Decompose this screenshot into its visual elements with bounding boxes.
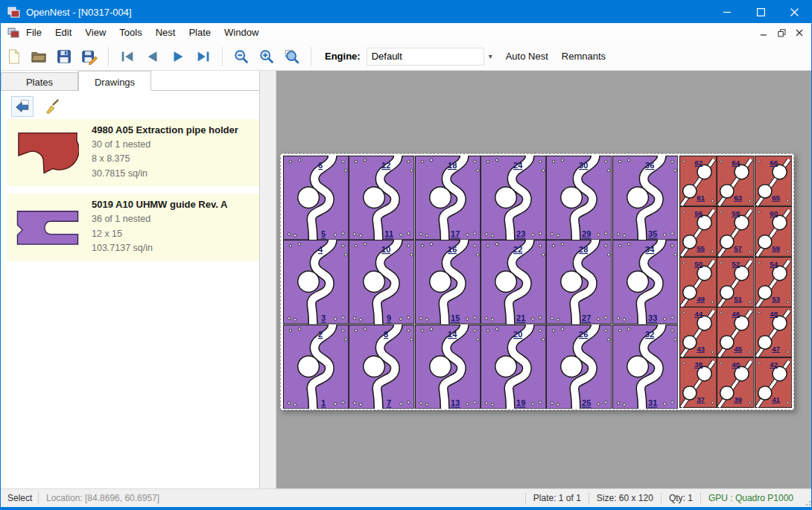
list-item-part-1[interactable]: 4980 A05 Extraction pipe holder 30 of 1 …: [7, 119, 259, 186]
nest-pair-purple[interactable]: 8 7: [349, 325, 414, 409]
nest-pair-red[interactable]: 38 37: [679, 357, 717, 408]
part-number-bottom: 1: [321, 398, 326, 407]
tab-plates[interactable]: Plates: [1, 72, 78, 90]
part-size: 12 x 15: [92, 227, 253, 241]
close-button[interactable]: [778, 1, 811, 23]
titlebar[interactable]: OpenNest - [N0317-004]: [1, 1, 811, 23]
purple-pair-shape: 4 3: [283, 240, 349, 324]
nest-pair-red[interactable]: 54 53: [755, 257, 792, 307]
remnants-button[interactable]: Remnants: [562, 51, 606, 62]
mdi-restore-button[interactable]: [773, 25, 790, 41]
nest-pair-purple[interactable]: 22 21: [480, 240, 546, 324]
part-number-top: 24: [513, 161, 523, 170]
resize-grip[interactable]: [801, 489, 811, 508]
tab-drawings[interactable]: Drawings: [78, 71, 151, 91]
save-as-button[interactable]: [78, 45, 101, 68]
nest-pair-purple[interactable]: 30 29: [546, 156, 612, 240]
menu-tools[interactable]: Tools: [112, 23, 148, 42]
purple-pair-shape: 26 25: [546, 325, 612, 409]
nest-canvas[interactable]: 6 5 12 11 18 17: [276, 71, 811, 488]
nest-pair-purple[interactable]: 36 35: [612, 156, 678, 240]
red-pair-shape: 50 49: [679, 257, 717, 307]
nest-pair-purple[interactable]: 24 23: [480, 156, 546, 240]
nest-pair-purple[interactable]: 10 9: [349, 240, 414, 324]
part-number-top: 6: [318, 161, 323, 170]
nest-pair-red[interactable]: 66 65: [755, 156, 792, 206]
part-number-top: 48: [770, 310, 778, 318]
nest-pair-red[interactable]: 40 39: [717, 357, 754, 408]
part-number-bottom: 19: [516, 398, 525, 407]
combo-caret-icon[interactable]: ▾: [489, 52, 492, 60]
nest-pair-purple[interactable]: 18 17: [415, 156, 480, 240]
nest-pair-purple[interactable]: 6 5: [283, 156, 349, 240]
menu-nest[interactable]: Nest: [149, 23, 183, 42]
mdi-close-button[interactable]: [790, 25, 808, 41]
part-number-top: 58: [732, 209, 740, 217]
zoom-out-icon: [233, 48, 250, 65]
close-icon: [790, 8, 799, 16]
save-button[interactable]: [53, 45, 75, 68]
part-number-top: 4: [318, 246, 323, 255]
menu-plate[interactable]: Plate: [182, 23, 218, 42]
mdi-minimize-icon: [760, 29, 767, 36]
nest-pair-purple[interactable]: 26 25: [546, 325, 612, 409]
nest-pair-red[interactable]: 52 51: [717, 257, 754, 307]
zoom-in-button[interactable]: [256, 45, 278, 68]
part-number-top: 28: [579, 246, 588, 255]
zoom-out-button[interactable]: [230, 45, 253, 68]
import-part-button[interactable]: [11, 96, 34, 117]
maximize-button[interactable]: [744, 1, 778, 23]
zoom-fit-button[interactable]: [281, 45, 303, 68]
nest-pair-purple[interactable]: 16 15: [415, 240, 480, 324]
nest-pair-red[interactable]: 56 55: [679, 206, 717, 257]
nest-pair-red[interactable]: 64 63: [717, 156, 754, 206]
nest-pair-purple[interactable]: 20 19: [480, 325, 546, 409]
nest-pair-red[interactable]: 58 57: [717, 206, 754, 257]
nest-pair-red[interactable]: 60 59: [755, 206, 792, 257]
part-number-top: 34: [645, 246, 655, 255]
engine-combobox[interactable]: Default: [367, 48, 484, 66]
part-number-bottom: 53: [772, 294, 780, 302]
nest-pair-red[interactable]: 50 49: [679, 257, 717, 307]
vertical-scrollbar[interactable]: [260, 71, 276, 488]
nav-first-button[interactable]: [116, 45, 139, 68]
nest-pair-red[interactable]: 62 61: [679, 156, 717, 206]
part-number-top: 50: [694, 260, 702, 268]
nest-pair-red[interactable]: 42 41: [755, 357, 792, 408]
nest-pair-purple[interactable]: 2 1: [283, 325, 349, 409]
menubar: File Edit View Tools Nest Plate Window: [1, 23, 811, 42]
statusbar: Select Location: [84.8696, 60.6957] Plat…: [1, 488, 811, 507]
nav-last-button[interactable]: [192, 45, 215, 68]
list-item-part-2[interactable]: 5019 A10 UHMW guide Rev. A 36 of 1 neste…: [7, 194, 259, 261]
menu-view[interactable]: View: [78, 23, 112, 42]
plate-sheet[interactable]: 6 5 12 11 18 17: [280, 153, 794, 410]
clear-button[interactable]: [41, 96, 63, 117]
new-button[interactable]: [2, 45, 25, 68]
part-number-bottom: 15: [451, 314, 460, 323]
nest-pair-red[interactable]: 46 45: [717, 307, 754, 357]
menu-edit[interactable]: Edit: [48, 23, 78, 42]
zoom-fit-icon: [284, 48, 300, 65]
open-button[interactable]: [28, 45, 50, 68]
minimize-button[interactable]: [711, 1, 744, 23]
nest-pair-purple[interactable]: 4 3: [283, 240, 349, 324]
nest-pair-purple[interactable]: 34 33: [612, 240, 678, 324]
window-title: OpenNest - [N0317-004]: [26, 7, 132, 18]
part-number-bottom: 37: [697, 395, 705, 404]
nest-pair-red[interactable]: 44 43: [679, 307, 717, 357]
nest-pair-purple[interactable]: 28 27: [546, 240, 612, 324]
part-number-top: 22: [513, 246, 522, 255]
nav-prev-button[interactable]: [142, 45, 164, 68]
nest-pair-purple[interactable]: 14 13: [415, 325, 480, 409]
menu-file[interactable]: File: [19, 23, 48, 42]
nest-pair-purple[interactable]: 12 11: [349, 156, 414, 240]
part-number-bottom: 51: [734, 294, 742, 302]
nest-pair-purple[interactable]: 32 31: [612, 325, 678, 409]
status-size: Size: 60 x 120: [589, 493, 661, 503]
nest-pair-red[interactable]: 48 47: [755, 307, 792, 357]
nav-next-button[interactable]: [167, 45, 189, 68]
part-number-bottom: 11: [385, 229, 394, 238]
mdi-minimize-button[interactable]: [755, 25, 773, 41]
menu-window[interactable]: Window: [218, 23, 265, 42]
auto-nest-button[interactable]: Auto Nest: [506, 51, 548, 62]
